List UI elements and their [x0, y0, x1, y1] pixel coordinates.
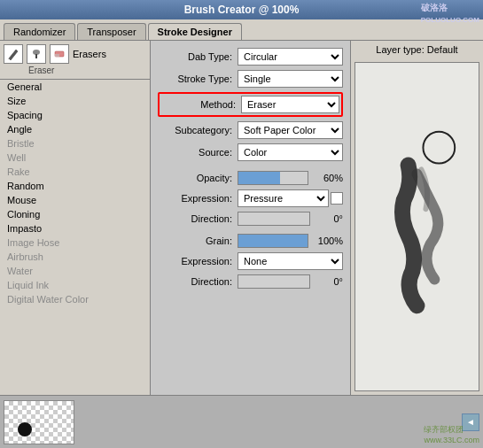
direction2-row: Direction: 0°: [158, 274, 343, 289]
tab-randomizer[interactable]: Randomizer: [4, 23, 75, 40]
stroke-type-select[interactable]: Single: [238, 70, 343, 88]
grain-row: Grain: 100%: [158, 234, 343, 248]
main-container: Randomizer Transposer Stroke Designer: [0, 19, 483, 448]
dab-type-label: Dab Type:: [158, 51, 238, 62]
cat-mouse[interactable]: Mouse: [0, 193, 150, 207]
brush-name-label: Eraser: [28, 66, 146, 75]
source-label: Source:: [158, 147, 238, 158]
subcategory-label: Subcategory:: [158, 125, 238, 135]
grain-value: 100%: [312, 236, 343, 246]
brush-selector: Erasers Eraser: [0, 41, 150, 80]
stroke-type-row: Stroke Type: Single: [158, 70, 343, 88]
dab-type-row: Dab Type: Circular: [158, 48, 343, 66]
direction2-label: Direction:: [158, 276, 238, 287]
cat-size[interactable]: Size: [0, 94, 150, 108]
opacity-slider[interactable]: [238, 171, 308, 185]
bottom-brush-dot: [18, 422, 32, 436]
subcategory-row: Subcategory: Soft Paper Color: [158, 121, 343, 139]
cat-random[interactable]: Random: [0, 179, 150, 193]
cat-general[interactable]: General: [0, 80, 150, 94]
source-control: Color: [238, 143, 343, 161]
direction-row: Direction: 0°: [158, 212, 343, 226]
svg-rect-1: [35, 54, 37, 58]
cat-cloning[interactable]: Cloning: [0, 207, 150, 221]
subcategory-select[interactable]: Soft Paper Color: [238, 121, 343, 139]
opacity-control: 60%: [238, 171, 343, 185]
expression2-select[interactable]: None: [238, 252, 343, 270]
eraser-icon: [50, 44, 69, 64]
grain-label: Grain:: [158, 236, 238, 246]
opacity-label: Opacity:: [158, 173, 238, 183]
expression2-label: Expression:: [158, 256, 238, 266]
dab-type-select[interactable]: Circular: [238, 48, 343, 66]
pen-icon: [4, 44, 23, 64]
cat-bristle: Bristle: [0, 136, 150, 151]
svg-rect-3: [55, 54, 59, 57]
source-row: Source: Color: [158, 143, 343, 161]
category-list: General Size Spacing Angle Bristle Well …: [0, 80, 150, 395]
bottom-preview: [4, 400, 74, 444]
method-label: Method:: [161, 99, 241, 110]
direction2-slider[interactable]: [238, 274, 310, 289]
opacity-value: 60%: [312, 173, 343, 183]
expression-control: Pressure: [238, 189, 343, 207]
direction-label: Direction:: [158, 213, 238, 224]
tab-stroke-designer[interactable]: Stroke Designer: [148, 23, 242, 40]
cat-spacing[interactable]: Spacing: [0, 108, 150, 122]
dab-type-control: Circular: [238, 48, 343, 66]
method-row: Method: Eraser: [158, 92, 343, 117]
cat-rake: Rake: [0, 165, 150, 179]
svg-point-4: [423, 132, 455, 164]
title-bar: Brush Creator @ 100% 破洛洛 POLUOLUO.COM: [0, 0, 483, 19]
expression2-control: None: [238, 252, 343, 270]
preview-area: [354, 62, 479, 391]
expression-select[interactable]: Pressure: [238, 189, 329, 207]
grain-slider[interactable]: [238, 234, 308, 248]
bottom-area: ◄ 绿齐部权团 www.33LC.com: [0, 395, 483, 448]
watermark-top: 破洛洛 POLUOLUO.COM: [421, 2, 479, 24]
source-select[interactable]: Color: [238, 143, 343, 161]
brush-category-name: Erasers: [73, 49, 106, 59]
direction2-control: 0°: [238, 274, 343, 289]
expression-checkbox[interactable]: [331, 192, 343, 205]
cat-liquid-ink: Liquid Ink: [0, 278, 150, 292]
stroke-type-control: Single: [238, 70, 343, 88]
preview-svg: [355, 63, 479, 390]
cat-angle[interactable]: Angle: [0, 122, 150, 136]
right-panel: Layer type: Default: [350, 41, 483, 395]
subcategory-control: Soft Paper Color: [238, 121, 343, 139]
cat-impasto[interactable]: Impasto: [0, 221, 150, 236]
content-area: Erasers Eraser General Size Spacing Angl…: [0, 41, 483, 395]
expression-label: Expression:: [158, 193, 238, 204]
tab-transposer[interactable]: Transposer: [77, 23, 145, 40]
cat-airbrush: Airbrush: [0, 250, 150, 264]
cat-digital-water-color: Digital Water Color: [0, 292, 150, 306]
stroke-type-label: Stroke Type:: [158, 73, 238, 84]
app-title: Brush Creator @ 100%: [184, 4, 300, 16]
cat-well: Well: [0, 151, 150, 165]
cat-image-hose: Image Hose: [0, 236, 150, 250]
direction-value: 0°: [312, 213, 343, 224]
brush-row: Erasers: [4, 44, 146, 64]
layer-type-label: Layer type: Default: [351, 41, 483, 58]
direction-control: 0°: [238, 212, 343, 226]
cat-water: Water: [0, 264, 150, 278]
tab-bar: Randomizer Transposer Stroke Designer: [0, 19, 483, 41]
direction-slider[interactable]: [238, 212, 310, 226]
left-panel: Erasers Eraser General Size Spacing Angl…: [0, 41, 151, 395]
center-panel: Dab Type: Circular Stroke Type: Single: [151, 41, 350, 395]
method-control: Eraser: [241, 96, 339, 113]
direction2-value: 0°: [312, 276, 343, 287]
expression2-row: Expression: None: [158, 252, 343, 270]
opacity-row: Opacity: 60%: [158, 171, 343, 185]
expression-row: Expression: Pressure: [158, 189, 343, 207]
brush-small-icon: [27, 44, 46, 64]
grain-control: 100%: [238, 234, 343, 248]
watermark-bottom: 绿齐部权团 www.33LC.com: [424, 424, 479, 444]
method-select[interactable]: Eraser: [241, 96, 339, 113]
